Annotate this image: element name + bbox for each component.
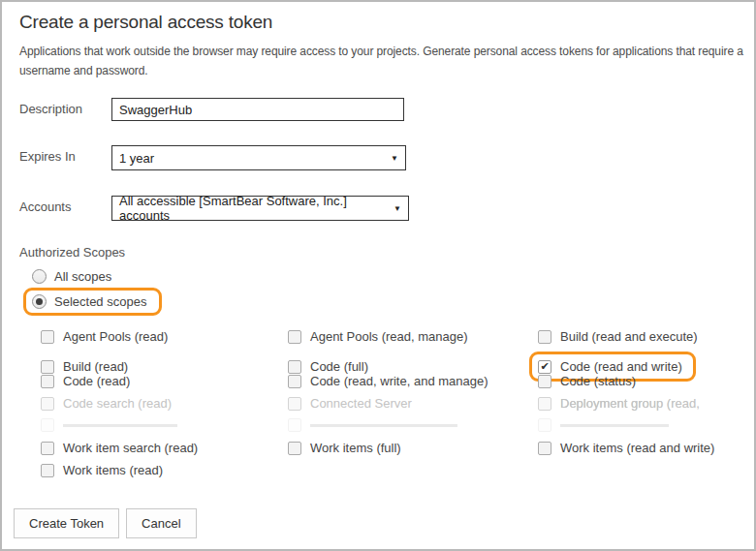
ghost-scope-item xyxy=(41,418,288,432)
checkbox-icon[interactable]: ✔ xyxy=(41,360,54,374)
scope-work-item-search-read[interactable]: ✔ Work item search (read) xyxy=(41,441,288,455)
dropdown-arrow-icon: ▼ xyxy=(394,204,401,213)
scope-label: Connected Server xyxy=(310,396,412,411)
expires-in-label: Expires In xyxy=(19,149,76,164)
page-title: Create a personal access token xyxy=(19,12,272,33)
checkbox-icon[interactable]: ✔ xyxy=(538,397,551,411)
checkbox-icon[interactable]: ✔ xyxy=(288,375,301,388)
scopes-row: ✔ Code (read) ✔ Code (read, write, and m… xyxy=(41,374,746,387)
scope-deployment-group[interactable]: ✔ Deployment group (read, xyxy=(538,396,746,411)
checkbox-icon[interactable]: ✔ xyxy=(538,375,551,388)
scope-code-read-write[interactable]: ✔ Code (read and write) xyxy=(538,359,682,374)
scope-agent-pools-read-manage[interactable]: ✔ Agent Pools (read, manage) xyxy=(288,329,538,344)
scopes-grid: ✔ Agent Pools (read) ✔ Agent Pools (read… xyxy=(41,329,746,485)
faded-text-fragment xyxy=(310,424,457,427)
radio-selected-scopes-label: Selected scopes xyxy=(54,294,146,309)
checkbox-icon xyxy=(288,418,301,432)
checkbox-icon[interactable]: ✔ xyxy=(41,375,54,388)
accounts-select[interactable]: All accessible [SmartBear Software, Inc.… xyxy=(111,196,409,221)
scopes-row: ✔ Agent Pools (read) ✔ Agent Pools (read… xyxy=(41,329,746,343)
scope-label: Code (full) xyxy=(310,359,368,374)
faded-text-fragment xyxy=(560,424,669,427)
checkbox-icon xyxy=(538,418,551,432)
radio-selected-scopes[interactable]: Selected scopes xyxy=(32,294,146,309)
create-token-button[interactable]: Create Token xyxy=(14,508,119,538)
radio-selected-icon[interactable] xyxy=(32,294,47,309)
empty-cell xyxy=(288,463,538,477)
scope-label: Work items (read and write) xyxy=(560,441,714,455)
description-label: Description xyxy=(19,102,82,116)
checkbox-checked-icon[interactable]: ✔ xyxy=(538,360,551,374)
accounts-label: Accounts xyxy=(19,199,71,214)
checkbox-icon[interactable]: ✔ xyxy=(41,464,54,477)
scope-code-search-read[interactable]: ✔ Code search (read) xyxy=(41,396,288,411)
expires-in-value: 1 year xyxy=(119,151,154,166)
checkbox-icon[interactable]: ✔ xyxy=(538,330,551,344)
accounts-value: All accessible [SmartBear Software, Inc.… xyxy=(119,194,388,223)
scope-work-items-full[interactable]: ✔ Work items (full) xyxy=(288,441,538,455)
description-input[interactable] xyxy=(111,98,404,121)
scopes-row: ✔ Work item search (read) ✔ Work items (… xyxy=(41,441,746,454)
scope-code-read[interactable]: ✔ Code (read) xyxy=(41,374,288,388)
scope-connected-server[interactable]: ✔ Connected Server xyxy=(288,396,538,411)
scope-work-items-read[interactable]: ✔ Work items (read) xyxy=(41,463,288,477)
radio-icon[interactable] xyxy=(32,269,47,284)
radio-all-scopes-label: All scopes xyxy=(54,269,111,284)
ghost-scope-item xyxy=(538,418,746,432)
scopes-row: ✔ Work items (read) xyxy=(41,463,746,476)
create-pat-dialog: Create a personal access token Applicati… xyxy=(0,0,756,551)
radio-all-scopes[interactable]: All scopes xyxy=(23,265,162,287)
scopes-row-ghost xyxy=(41,418,746,432)
expires-in-select[interactable]: 1 year ▼ xyxy=(111,145,406,170)
scope-label: Work item search (read) xyxy=(63,441,198,455)
scope-build-read-execute[interactable]: ✔ Build (read and execute) xyxy=(538,329,746,344)
scopes-row: ✔ Build (read) ✔ Code (full) ✔ Code (rea… xyxy=(41,352,746,365)
scope-label: Build (read) xyxy=(63,359,128,374)
checkbox-icon[interactable]: ✔ xyxy=(288,330,301,344)
scope-label: Agent Pools (read, manage) xyxy=(310,329,468,344)
checkbox-icon[interactable]: ✔ xyxy=(41,442,54,455)
scope-label: Code (read) xyxy=(63,374,130,388)
checkbox-icon[interactable]: ✔ xyxy=(538,442,551,455)
annotation-highlight-selected-scopes: Selected scopes xyxy=(23,288,162,316)
intro-text: Applications that work outside the brows… xyxy=(19,43,744,81)
dialog-actions: Create Token Cancel xyxy=(14,508,197,538)
scope-label: Deployment group (read, xyxy=(560,396,700,411)
authorized-scopes-label: Authorized Scopes xyxy=(19,245,125,260)
dropdown-arrow-icon: ▼ xyxy=(391,154,398,163)
scopes-row-faded: ✔ Code search (read) ✔ Connected Server … xyxy=(41,396,746,410)
check-icon: ✔ xyxy=(540,361,549,372)
checkbox-icon[interactable]: ✔ xyxy=(288,360,301,374)
scope-label: Agent Pools (read) xyxy=(63,329,168,344)
scope-code-status[interactable]: ✔ Code (status) xyxy=(538,374,746,388)
scope-label: Code (status) xyxy=(560,374,636,388)
checkbox-icon[interactable]: ✔ xyxy=(288,397,301,411)
checkbox-icon[interactable]: ✔ xyxy=(41,397,54,411)
scope-label: Work items (read) xyxy=(63,463,163,477)
faded-text-fragment xyxy=(63,424,177,427)
scope-label: Code search (read) xyxy=(63,396,172,411)
checkbox-icon[interactable]: ✔ xyxy=(41,330,54,344)
cancel-button[interactable]: Cancel xyxy=(126,508,196,538)
ghost-scope-item xyxy=(288,418,538,432)
scope-agent-pools-read[interactable]: ✔ Agent Pools (read) xyxy=(41,329,288,344)
checkbox-icon xyxy=(41,418,54,432)
scope-label: Code (read, write, and manage) xyxy=(310,374,488,388)
scope-label: Work items (full) xyxy=(310,441,401,455)
scope-label: Code (read and write) xyxy=(560,359,682,374)
empty-cell xyxy=(538,463,746,477)
scope-code-read-write-manage[interactable]: ✔ Code (read, write, and manage) xyxy=(288,374,538,388)
checkbox-icon[interactable]: ✔ xyxy=(288,442,301,455)
scope-work-items-read-write[interactable]: ✔ Work items (read and write) xyxy=(538,441,746,455)
scope-label: Build (read and execute) xyxy=(560,329,698,344)
scope-mode-radio-group: All scopes Selected scopes xyxy=(23,265,162,316)
